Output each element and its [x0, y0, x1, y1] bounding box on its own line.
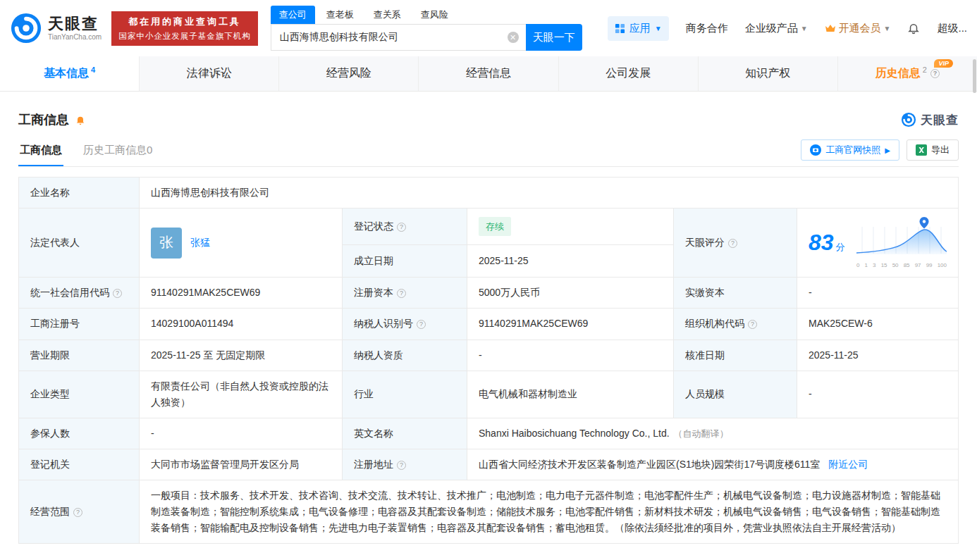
subtab-history-business-info[interactable]: 历史工商信息0 — [82, 138, 154, 166]
subscribe-bell-icon[interactable] — [75, 114, 86, 126]
watermark-logo: 天眼查 — [901, 112, 959, 128]
top-header: 天眼查 TianYanCha.com 都在用的商业查询工具 国家中小企业发展子基… — [0, 0, 977, 56]
reg-status-cell: 存续 — [467, 209, 674, 244]
field-label-reg-number: 工商注册号 — [19, 309, 140, 340]
staff-size-value: - — [797, 371, 959, 418]
tab-count: 2 — [923, 66, 927, 74]
score-label: 天眼评分 — [685, 237, 725, 248]
table-row: 工商注册号 14029100A011494 纳税人识别号? 91140291MA… — [19, 309, 959, 340]
english-name-value: Shanxi Haibosichuang Technology Co., Ltd… — [479, 428, 670, 439]
apps-button[interactable]: 应用 ▼ — [608, 16, 669, 41]
grid-icon — [615, 23, 625, 34]
enterprise-label: 企业级产品 — [745, 22, 798, 35]
status-badge: 存续 — [479, 217, 511, 236]
help-icon[interactable]: ? — [73, 508, 82, 517]
reg-address-value: 山西省大同经济技术开发区装备制造产业园区(S1地块)园荣街17号调度楼611室 — [479, 459, 820, 470]
official-snapshot-button[interactable]: 工商官网快照 ▶ — [801, 139, 899, 161]
score-cell: 83分 — [797, 209, 959, 278]
watermark-text: 天眼查 — [921, 112, 959, 128]
apps-label: 应用 — [629, 22, 651, 35]
main-content: 工商信息 天眼查 工商信息 历史工商信息0 工商官网快照 — [0, 111, 977, 544]
cooperation-label: 商务合作 — [686, 22, 728, 35]
help-icon[interactable]: ? — [397, 223, 406, 232]
chevron-down-icon: ▼ — [884, 25, 891, 32]
nearby-companies-link[interactable]: 附近公司 — [828, 459, 868, 470]
search-tab-company[interactable]: 查公司 — [271, 6, 315, 24]
company-name-value: 山西海博思创科技有限公司 — [140, 178, 959, 209]
table-row: 法定代表人 张 张猛 登记状态? 存续 天眼评分? 83分 — [19, 209, 959, 244]
table-row: 企业类型 有限责任公司（非自然人投资或控股的法人独资） 行业 电气机械和器材制造… — [19, 371, 959, 418]
help-icon[interactable]: ? — [113, 289, 122, 298]
super-label: 超级... — [937, 22, 967, 35]
field-label-reg-address: 注册地址? — [343, 449, 467, 480]
field-label-approval-date: 核准日期 — [674, 340, 797, 371]
help-icon[interactable]: ? — [728, 239, 737, 248]
tab-company-development[interactable]: 公司发展 — [558, 56, 698, 91]
business-info-table: 企业名称 山西海博思创科技有限公司 法定代表人 张 张猛 登记状态? 存续 天眼… — [18, 177, 959, 544]
help-icon[interactable]: ? — [397, 289, 406, 298]
promo-line1: 都在用的商业查询工具 — [118, 15, 251, 28]
score-value: 83分 — [809, 224, 845, 261]
paid-capital-value: - — [797, 278, 959, 309]
reg-number-value: 14029100A011494 — [140, 309, 343, 340]
scrollbar[interactable] — [973, 59, 976, 93]
nav-open-vip[interactable]: 开通会员 ▼ — [825, 22, 891, 35]
field-label-english-name: 英文名称 — [343, 418, 467, 449]
score-unit: 分 — [836, 242, 845, 252]
reg-authority-value: 大同市市场监督管理局开发区分局 — [140, 449, 343, 480]
nav-super[interactable]: 超级... — [937, 22, 967, 35]
field-label-credit-code: 统一社会信用代码? — [19, 278, 140, 309]
help-icon[interactable]: ? — [417, 320, 426, 329]
field-label-company-type: 企业类型 — [19, 371, 140, 418]
field-label-reg-status: 登记状态? — [343, 209, 467, 244]
taxpayer-id-value: 91140291MAK25CEW69 — [467, 309, 674, 340]
snapshot-label: 工商官网快照 — [825, 144, 880, 156]
tab-business-info[interactable]: 经营信息 — [418, 56, 558, 91]
vip-badge: VIP — [934, 59, 953, 68]
field-label-paid-capital: 实缴资本 — [674, 278, 797, 309]
arrow-right-icon: ▶ — [885, 147, 890, 154]
taxpayer-qual-value: - — [467, 340, 674, 371]
credit-code-value: 91140291MAK25CEW69 — [140, 278, 343, 309]
brand-name: 天眼查 — [48, 15, 102, 32]
nav-enterprise[interactable]: 企业级产品 ▼ — [745, 22, 808, 35]
tianyancha-logo[interactable]: 天眼查 TianYanCha.com — [10, 12, 102, 44]
search-tab-boss[interactable]: 查老板 — [318, 6, 362, 24]
help-icon[interactable]: ? — [930, 69, 940, 78]
tab-operational-risk[interactable]: 经营风险 — [278, 56, 418, 91]
legal-rep-cell: 张 张猛 — [140, 209, 343, 278]
main-tab-bar: 基本信息 4 法律诉讼 经营风险 经营信息 公司发展 知识产权 VIP 历史信息… — [0, 56, 977, 92]
tab-legal-proceedings[interactable]: 法律诉讼 — [139, 56, 278, 91]
org-code-value: MAK25CEW-6 — [797, 309, 959, 340]
tab-history-info[interactable]: VIP 历史信息 2 ? — [837, 56, 977, 91]
chevron-down-icon: ▼ — [655, 25, 662, 32]
clear-icon[interactable]: ✕ — [508, 32, 519, 43]
legal-rep-link[interactable]: 张猛 — [190, 235, 210, 251]
tab-label: 公司发展 — [606, 66, 651, 81]
export-button[interactable]: 导出 — [907, 139, 959, 161]
tab-intellectual-property[interactable]: 知识产权 — [698, 56, 837, 91]
company-type-value: 有限责任公司（非自然人投资或控股的法人独资） — [140, 371, 343, 418]
search-tabs: 查公司 查老板 查关系 查风险 — [271, 6, 582, 24]
search-input[interactable] — [271, 32, 526, 43]
crown-icon — [825, 23, 836, 33]
avatar[interactable]: 张 — [151, 228, 182, 259]
field-label-industry: 行业 — [343, 371, 467, 418]
help-icon[interactable]: ? — [748, 320, 757, 329]
help-icon[interactable]: ? — [397, 461, 406, 470]
tab-basic-info[interactable]: 基本信息 4 — [0, 56, 139, 91]
subtab-business-info[interactable]: 工商信息 — [18, 138, 63, 166]
nav-cooperation[interactable]: 商务合作 — [686, 22, 728, 35]
field-label-company-name: 企业名称 — [19, 178, 140, 209]
table-row: 参保人数 - 英文名称 Shanxi Haibosichuang Technol… — [19, 418, 959, 449]
tab-count: 4 — [91, 66, 95, 74]
field-label-business-term: 营业期限 — [19, 340, 140, 371]
search-tab-relation[interactable]: 查关系 — [365, 6, 410, 24]
tab-label: 经营风险 — [326, 66, 371, 81]
english-name-cell: Shanxi Haibosichuang Technology Co., Ltd… — [467, 418, 959, 449]
search-tab-risk[interactable]: 查风险 — [412, 6, 457, 24]
tab-label: 经营信息 — [466, 66, 511, 81]
score-number: 83 — [809, 230, 834, 255]
notification-bell[interactable] — [907, 22, 920, 35]
search-button[interactable]: 天眼一下 — [526, 24, 582, 51]
